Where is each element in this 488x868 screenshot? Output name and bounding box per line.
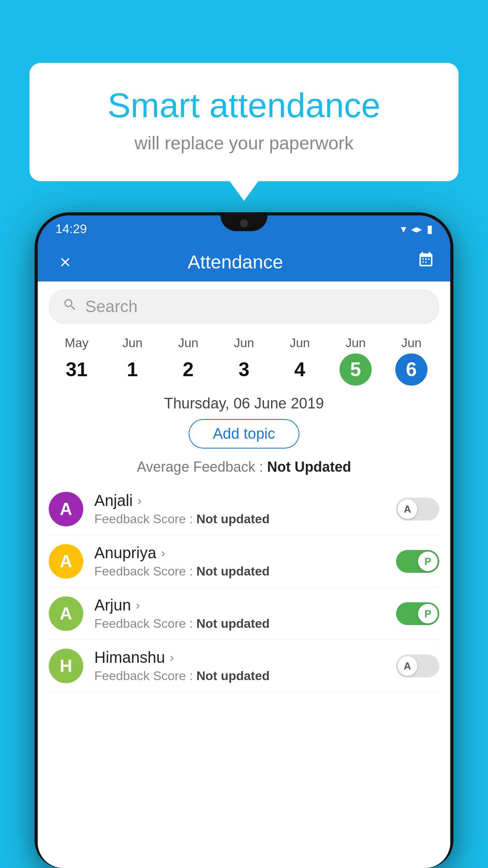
student-feedback: Feedback Score : Not updated xyxy=(94,616,385,631)
student-info: Anupriya ›Feedback Score : Not updated xyxy=(94,544,385,579)
calendar-icon[interactable] xyxy=(417,251,435,272)
student-avatar: A xyxy=(49,544,83,579)
status-time: 14:29 xyxy=(55,222,87,236)
student-feedback: Feedback Score : Not updated xyxy=(94,512,385,526)
status-icons: ▾ ◂▸ ▮ xyxy=(401,223,433,235)
cal-date-label: 2 xyxy=(172,353,204,386)
student-feedback: Feedback Score : Not updated xyxy=(94,564,385,579)
calendar-day[interactable]: Jun6 xyxy=(395,336,427,386)
app-title: Attendance xyxy=(77,251,394,273)
app-header: × Attendance xyxy=(38,242,450,281)
student-avatar: A xyxy=(49,492,83,526)
selected-date: Thursday, 06 June 2019 xyxy=(38,390,450,419)
cal-month-label: Jun xyxy=(234,336,254,350)
student-name: Arjun › xyxy=(94,596,385,614)
student-name: Himanshu › xyxy=(94,649,385,666)
camera xyxy=(240,219,248,228)
student-feedback: Feedback Score : Not updated xyxy=(94,669,385,683)
attendance-toggle[interactable]: P xyxy=(396,602,439,625)
cal-month-label: Jun xyxy=(401,336,422,350)
screen-content: Search May31Jun1Jun2Jun3Jun4Jun5Jun6 Thu… xyxy=(38,281,450,868)
close-button[interactable]: × xyxy=(53,251,77,273)
search-icon xyxy=(62,297,77,316)
calendar-day[interactable]: Jun2 xyxy=(172,336,204,386)
student-info: Anjali ›Feedback Score : Not updated xyxy=(94,492,385,526)
cal-date-label: 5 xyxy=(339,353,372,386)
student-item[interactable]: AArjun ›Feedback Score : Not updatedP xyxy=(49,588,439,640)
phone-inner: 14:29 ▾ ◂▸ ▮ × Attendance xyxy=(38,215,450,868)
student-info: Arjun ›Feedback Score : Not updated xyxy=(94,596,385,631)
toggle-knob: A xyxy=(398,656,417,676)
student-info: Himanshu ›Feedback Score : Not updated xyxy=(94,649,385,683)
chevron-icon: › xyxy=(138,493,142,508)
signal-icon: ◂▸ xyxy=(411,223,422,235)
cal-date-label: 3 xyxy=(228,353,260,386)
calendar-strip: May31Jun1Jun2Jun3Jun4Jun5Jun6 xyxy=(38,332,450,390)
cal-date-label: 1 xyxy=(116,353,149,386)
search-placeholder: Search xyxy=(85,297,138,316)
student-item[interactable]: AAnupriya ›Feedback Score : Not updatedP xyxy=(49,535,439,588)
calendar-day[interactable]: Jun1 xyxy=(116,336,149,386)
student-item[interactable]: HHimanshu ›Feedback Score : Not updatedA xyxy=(49,640,439,692)
chevron-icon: › xyxy=(136,598,140,612)
feedback-value: Not Updated xyxy=(267,459,351,475)
speech-bubble-title: Smart attendance xyxy=(61,86,427,125)
phone-screen: 14:29 ▾ ◂▸ ▮ × Attendance xyxy=(38,215,450,868)
cal-date-label: 6 xyxy=(395,353,427,386)
battery-icon: ▮ xyxy=(427,223,433,235)
student-avatar: H xyxy=(49,649,83,683)
attendance-toggle[interactable]: A xyxy=(396,655,439,677)
feedback-label: Average Feedback : xyxy=(137,459,263,475)
attendance-toggle[interactable]: A xyxy=(396,498,439,520)
calendar-day[interactable]: Jun3 xyxy=(228,336,260,386)
chevron-icon: › xyxy=(170,650,174,665)
student-name: Anupriya › xyxy=(94,544,385,562)
add-topic-button[interactable]: Add topic xyxy=(189,419,299,449)
search-bar[interactable]: Search xyxy=(49,289,439,324)
average-feedback: Average Feedback : Not Updated xyxy=(38,456,450,483)
phone-frame: 14:29 ▾ ◂▸ ▮ × Attendance xyxy=(35,212,453,868)
student-avatar: A xyxy=(49,596,83,631)
cal-month-label: Jun xyxy=(345,336,366,350)
cal-month-label: Jun xyxy=(178,336,198,350)
speech-bubble: Smart attendance will replace your paper… xyxy=(29,63,459,181)
calendar-day[interactable]: May31 xyxy=(61,336,93,386)
cal-date-label: 4 xyxy=(284,353,316,386)
attendance-toggle[interactable]: P xyxy=(396,550,439,573)
student-name: Anjali › xyxy=(94,492,385,509)
calendar-day[interactable]: Jun5 xyxy=(339,336,372,386)
student-list: AAnjali ›Feedback Score : Not updatedAAA… xyxy=(38,483,450,692)
cal-month-label: May xyxy=(65,336,88,350)
wifi-icon: ▾ xyxy=(401,223,406,235)
toggle-knob: P xyxy=(418,552,438,571)
calendar-day[interactable]: Jun4 xyxy=(284,336,316,386)
cal-month-label: Jun xyxy=(122,336,143,350)
toggle-knob: A xyxy=(398,499,417,519)
speech-bubble-container: Smart attendance will replace your paper… xyxy=(29,63,459,181)
speech-bubble-subtitle: will replace your paperwork xyxy=(61,132,427,154)
student-item[interactable]: AAnjali ›Feedback Score : Not updatedA xyxy=(49,483,439,535)
toggle-knob: P xyxy=(418,604,438,623)
cal-date-label: 31 xyxy=(61,353,93,386)
chevron-icon: › xyxy=(161,546,165,560)
cal-month-label: Jun xyxy=(290,336,310,350)
